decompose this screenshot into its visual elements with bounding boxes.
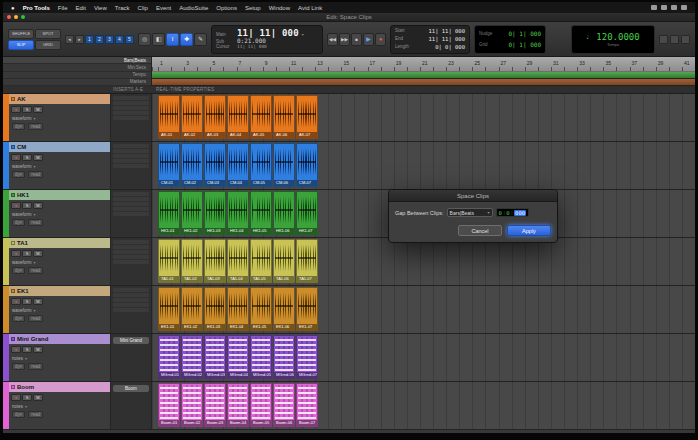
voice-selector[interactable]: dyn — [12, 411, 25, 418]
track-lane[interactable]: MGrnd-01MGrnd-02MGrnd-03MGrnd-04MGrnd-05… — [152, 334, 695, 381]
menu-audiosuite[interactable]: AudioSuite — [179, 5, 208, 11]
gap-value-part[interactable]: 0 — [499, 210, 502, 216]
menu-file[interactable]: File — [58, 5, 68, 11]
record-enable-button[interactable]: ● — [11, 106, 21, 113]
insert-slot[interactable] — [113, 192, 149, 196]
voice-selector[interactable]: dyn — [12, 267, 25, 274]
menu-event[interactable]: Event — [156, 5, 171, 11]
track-name[interactable]: CM — [9, 142, 110, 152]
clip-ek1-06[interactable]: EK1-06 — [273, 287, 295, 331]
track-view-selector[interactable]: waveform▾ — [9, 258, 110, 266]
clip-cm-01[interactable]: CM-01 — [158, 143, 180, 187]
automation-mode-selector[interactable]: read — [28, 123, 43, 130]
insert-slot[interactable] — [113, 149, 149, 153]
track-view-selector[interactable]: waveform▾ — [9, 306, 110, 314]
clip-hk1-03[interactable]: HK1-03 — [204, 191, 226, 235]
clip-boom-01[interactable]: Boom-01 — [158, 383, 180, 427]
zoom-in-button[interactable]: ► — [75, 35, 84, 44]
gap-units-dropdown[interactable]: Bars|Beats ▾ — [447, 208, 493, 217]
clip-cm-06[interactable]: CM-06 — [273, 143, 295, 187]
zoom-preset-5-button[interactable]: 5 — [125, 35, 134, 44]
bars-beats-ruler[interactable]: 1357911131517192123252729313335373941 — [152, 57, 695, 72]
insert-slot[interactable] — [113, 255, 149, 259]
instrument-plugin-button[interactable]: Mini Grand — [113, 337, 149, 344]
selector-tool[interactable]: I — [166, 33, 179, 46]
selection-start-value[interactable]: 11| 11| 000 — [429, 28, 465, 34]
insert-slot[interactable] — [113, 303, 149, 307]
automation-mode-selector[interactable]: read — [28, 171, 43, 178]
nudge-value[interactable]: 0| 1| 000 — [508, 30, 541, 37]
clip-cm-03[interactable]: CM-03 — [204, 143, 226, 187]
insert-slot[interactable] — [113, 96, 149, 100]
voice-selector[interactable]: dyn — [12, 219, 25, 226]
mode-shuffle-button[interactable]: SHUFFLE — [8, 29, 34, 39]
insert-slot[interactable] — [113, 288, 149, 292]
tempo-ruler[interactable] — [152, 72, 695, 79]
clip-mgrnd-07[interactable]: MGrnd-07 — [296, 335, 318, 379]
clip-boom-02[interactable]: Boom-02 — [181, 383, 203, 427]
clip-hk1-06[interactable]: HK1-06 — [273, 191, 295, 235]
track-name[interactable]: TA1 — [9, 238, 110, 248]
mute-button[interactable]: M — [33, 250, 43, 257]
mute-button[interactable]: M — [33, 346, 43, 353]
mute-button[interactable]: M — [33, 202, 43, 209]
trim-tool[interactable]: ◧ — [152, 33, 165, 46]
solo-button[interactable]: S — [22, 106, 32, 113]
zoom-preset-4-button[interactable]: 4 — [115, 35, 124, 44]
zoomer-tool[interactable]: ◎ — [138, 33, 151, 46]
mode-slip-button[interactable]: SLIP — [8, 40, 34, 50]
timeline-ruler[interactable]: 1357911131517192123252729313335373941 — [152, 57, 695, 86]
record-button[interactable]: ● — [375, 33, 386, 46]
solo-button[interactable]: S — [22, 154, 32, 161]
menu-view[interactable]: View — [94, 5, 107, 11]
menu-pro-tools[interactable]: Pro Tools — [23, 5, 50, 11]
automation-mode-selector[interactable]: read — [28, 411, 43, 418]
menu-avid-link[interactable]: Avid Link — [298, 5, 322, 11]
markers-ruler[interactable] — [152, 79, 695, 86]
insert-slot[interactable] — [113, 260, 149, 264]
solo-button[interactable]: S — [22, 394, 32, 401]
clip-ta1-03[interactable]: TA1-03 — [204, 239, 226, 283]
clip-boom-05[interactable]: Boom-05 — [250, 383, 272, 427]
clip-cm-05[interactable]: CM-05 — [250, 143, 272, 187]
pencil-tool[interactable]: ✎ — [194, 33, 207, 46]
clip-ak-05[interactable]: AK-05 — [250, 95, 272, 139]
rewind-button[interactable]: ◀◀ — [327, 33, 338, 46]
track-lane[interactable]: Boom-01Boom-02Boom-03Boom-04Boom-05Boom-… — [152, 382, 695, 429]
insert-slot[interactable] — [113, 240, 149, 244]
clip-hk1-02[interactable]: HK1-02 — [181, 191, 203, 235]
clip-hk1-04[interactable]: HK1-04 — [227, 191, 249, 235]
track-name[interactable]: EK1 — [9, 286, 110, 296]
insert-slot[interactable] — [113, 164, 149, 168]
solo-button[interactable]: S — [22, 346, 32, 353]
ruler-label-bars-beats[interactable]: Bars|Beats — [3, 57, 151, 64]
track-lane[interactable]: AK-01AK-02AK-03AK-04AK-05AK-06AK-07 — [152, 94, 695, 141]
clip-hk1-01[interactable]: HK1-01 — [158, 191, 180, 235]
clip-ta1-06[interactable]: TA1-06 — [273, 239, 295, 283]
clip-boom-04[interactable]: Boom-04 — [227, 383, 249, 427]
insert-slot[interactable] — [113, 293, 149, 297]
zoom-preset-2-button[interactable]: 2 — [95, 35, 104, 44]
mute-button[interactable]: M — [33, 106, 43, 113]
insert-slot[interactable] — [113, 202, 149, 206]
clip-ak-02[interactable]: AK-02 — [181, 95, 203, 139]
insert-slot[interactable] — [113, 159, 149, 163]
record-enable-button[interactable]: ● — [11, 298, 21, 305]
clip-ta1-02[interactable]: TA1-02 — [181, 239, 203, 283]
grid-value[interactable]: 0| 1| 000 — [508, 41, 541, 48]
track-name[interactable]: Mini Grand — [9, 334, 110, 344]
insert-slot[interactable] — [113, 101, 149, 105]
gap-value-field[interactable]: 0|0|000 — [496, 208, 529, 217]
gap-value-part[interactable]: 000 — [514, 210, 526, 216]
track-view-selector[interactable]: notes▾ — [9, 354, 110, 362]
mode-spot-button[interactable]: SPOT — [35, 29, 61, 39]
zoom-preset-3-button[interactable]: 3 — [105, 35, 114, 44]
track-name[interactable]: AK — [9, 94, 110, 104]
clip-mgrnd-06[interactable]: MGrnd-06 — [273, 335, 295, 379]
clip-boom-03[interactable]: Boom-03 — [204, 383, 226, 427]
clip-cm-04[interactable]: CM-04 — [227, 143, 249, 187]
clip-ek1-01[interactable]: EK1-01 — [158, 287, 180, 331]
ruler-label-markers[interactable]: Markers — [3, 79, 151, 86]
menu-window[interactable]: Window — [269, 5, 290, 11]
track-view-selector[interactable]: waveform▾ — [9, 114, 110, 122]
